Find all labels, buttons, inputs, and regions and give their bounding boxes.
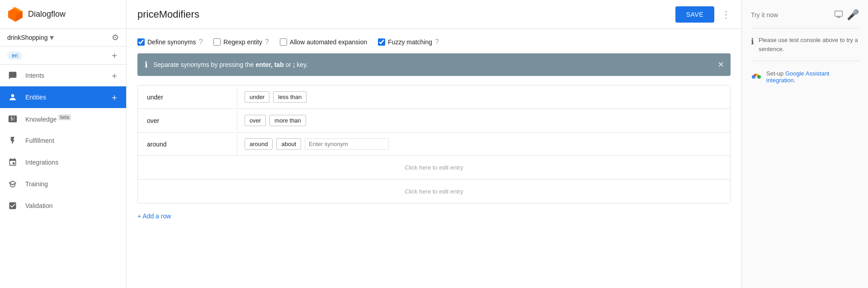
svg-point-3 (11, 94, 14, 97)
regexp-entity-option: Regexp entity ? (213, 38, 269, 46)
screen-icon[interactable] (834, 9, 843, 21)
synonym-chip[interactable]: less than (273, 91, 307, 103)
info-banner-icon: ℹ (145, 60, 148, 70)
svg-point-7 (757, 75, 761, 79)
table-row[interactable]: Click here to edit entry (138, 179, 730, 203)
sidebar-item-integrations[interactable]: Integrations (0, 151, 126, 173)
add-row-button[interactable]: + Add a row (137, 211, 171, 222)
agent-dropdown-icon[interactable]: ▾ (50, 33, 54, 42)
sidebar-header: Dialogflow (0, 0, 126, 29)
allow-expansion-checkbox[interactable] (280, 38, 287, 46)
fulfillment-label: Fulfillment (25, 137, 119, 144)
fuzzy-matching-help-icon[interactable]: ? (435, 38, 439, 46)
fuzzy-matching-label: Fuzzy matching (388, 38, 432, 46)
allow-expansion-option: Allow automated expansion (280, 38, 367, 46)
table-row[interactable]: Click here to edit entry (138, 156, 730, 179)
intents-label: Intents (25, 72, 110, 79)
sidebar-item-training[interactable]: Training (0, 173, 126, 195)
info-circle-icon: ℹ (751, 37, 754, 47)
knowledge-label: Knowledgebeta (25, 115, 119, 123)
regexp-entity-label: Regexp entity (223, 38, 262, 46)
validation-icon (7, 200, 18, 211)
microphone-icon[interactable]: 🎤 (847, 9, 859, 21)
entity-synonyms-cell: over more than (237, 110, 730, 131)
fulfillment-icon (7, 135, 18, 146)
validation-label: Validation (25, 202, 119, 209)
main-body: Define synonyms ? Regexp entity ? Allow … (127, 29, 741, 288)
app-name: Dialogflow (28, 9, 66, 19)
agent-name-group[interactable]: drinkShopping ▾ (7, 33, 54, 42)
entity-title: priceModifiers (137, 9, 675, 20)
entity-name-cell: over (138, 111, 237, 131)
training-label: Training (25, 180, 119, 188)
right-panel: 🎤 ℹ Please use test console above to try… (741, 0, 868, 288)
table-row: under under less than (138, 85, 730, 109)
info-banner: ℹ Separate synonyms by pressing the ente… (137, 53, 731, 76)
language-row: en ＋ (0, 47, 126, 65)
sidebar: Dialogflow drinkShopping ▾ ⚙ en ＋ Intent… (0, 0, 127, 288)
training-icon (7, 179, 18, 189)
info-banner-text: Separate synonyms by pressing the enter,… (153, 61, 723, 68)
sidebar-item-knowledge[interactable]: Knowledgebeta (0, 108, 126, 130)
synonym-chip[interactable]: about (276, 138, 301, 150)
more-options-icon[interactable]: ⋮ (722, 9, 731, 20)
google-assistant-logo (751, 71, 762, 82)
table-row: over over more than (138, 109, 730, 132)
settings-icon[interactable]: ⚙ (112, 33, 119, 42)
entity-synonyms-cell: around about (237, 134, 730, 154)
synonym-input[interactable] (305, 138, 389, 150)
intents-icon (7, 70, 18, 81)
sidebar-item-intents[interactable]: Intents ＋ (0, 65, 126, 86)
right-panel-info-text: Please use test console above to try a s… (759, 36, 859, 53)
main-header: priceModifiers SAVE ⋮ (127, 0, 741, 29)
agent-name: drinkShopping (7, 34, 48, 41)
regexp-entity-checkbox[interactable] (213, 38, 221, 46)
define-synonyms-checkbox[interactable] (137, 38, 145, 46)
language-badge[interactable]: en (7, 52, 22, 60)
click-to-edit-row[interactable]: Click here to edit entry (138, 182, 730, 201)
integrations-label: Integrations (25, 159, 119, 166)
entity-synonyms-cell: under less than (237, 87, 730, 107)
synonym-chip[interactable]: more than (269, 115, 306, 126)
sidebar-item-fulfillment[interactable]: Fulfillment (0, 130, 126, 151)
fuzzy-matching-option: Fuzzy matching ? (378, 38, 439, 46)
add-language-icon[interactable]: ＋ (110, 49, 119, 61)
click-to-edit-row[interactable]: Click here to edit entry (138, 158, 730, 177)
try-it-input[interactable] (751, 11, 834, 19)
entities-icon (7, 92, 18, 103)
entity-name-cell: around (138, 134, 237, 154)
entity-table: under under less than over over more tha… (137, 85, 731, 203)
allow-expansion-label: Allow automated expansion (290, 38, 367, 46)
sidebar-item-entities[interactable]: Entities ＋ (0, 86, 126, 108)
info-banner-close-icon[interactable]: ✕ (717, 60, 724, 70)
synonym-chip[interactable]: around (245, 138, 273, 150)
options-row: Define synonyms ? Regexp entity ? Allow … (137, 38, 731, 46)
save-button[interactable]: SAVE (675, 6, 714, 23)
agent-row: drinkShopping ▾ ⚙ (0, 29, 126, 47)
synonym-chip[interactable]: over (245, 115, 266, 126)
regexp-entity-help-icon[interactable]: ? (265, 38, 269, 46)
integrations-icon (7, 157, 18, 168)
dialogflow-logo (7, 6, 24, 23)
try-it-header: 🎤 (751, 9, 859, 28)
define-synonyms-label: Define synonyms (147, 38, 196, 46)
knowledge-icon (7, 113, 18, 124)
synonym-chip[interactable]: under (245, 91, 269, 103)
entity-name-cell: under (138, 87, 237, 107)
ga-text: Set-up Google Assistant integration. (766, 70, 859, 84)
define-synonyms-option: Define synonyms ? (137, 38, 203, 46)
info-text-row: ℹ Please use test console above to try a… (751, 36, 859, 61)
fuzzy-matching-checkbox[interactable] (378, 38, 385, 46)
add-intent-icon[interactable]: ＋ (110, 70, 119, 82)
entities-label: Entities (25, 94, 110, 101)
sidebar-item-validation[interactable]: Validation (0, 195, 126, 217)
google-assistant-row: Set-up Google Assistant integration. (751, 70, 859, 84)
define-synonyms-help-icon[interactable]: ? (198, 38, 203, 46)
main-content: priceModifiers SAVE ⋮ Define synonyms ? … (127, 0, 741, 288)
add-entity-icon[interactable]: ＋ (110, 91, 119, 104)
table-row: around around about (138, 132, 730, 156)
